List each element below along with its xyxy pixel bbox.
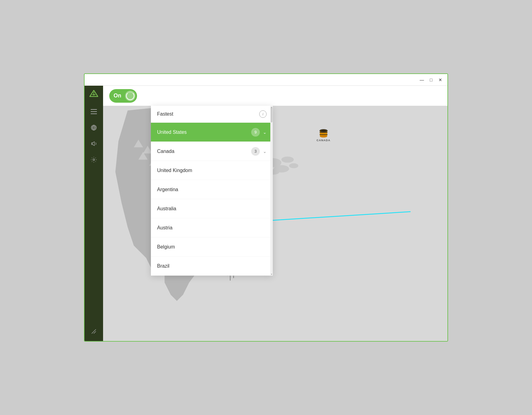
sidebar xyxy=(85,86,103,341)
dropdown-scrollbar[interactable]: ▲ ▼ xyxy=(270,106,273,276)
main-content: CANADA xyxy=(103,86,447,341)
gear-icon xyxy=(90,156,97,163)
canada-controls: 3 ⌄ xyxy=(251,147,267,156)
minimize-button[interactable]: — xyxy=(417,75,426,84)
country-list: United States 9 ⌄ Canada 3 ⌄ xyxy=(151,123,273,276)
resize-icon xyxy=(90,328,97,335)
sidebar-item-megaphone[interactable] xyxy=(88,138,99,149)
canada-label: CANADA xyxy=(317,139,330,142)
maximize-button[interactable]: □ xyxy=(426,75,436,84)
menu-line xyxy=(91,113,97,114)
country-name-argentina: Argentina xyxy=(157,187,178,192)
country-item-argentina[interactable]: Argentina xyxy=(151,180,273,199)
usa-server-count: 9 xyxy=(251,128,260,137)
globe-icon xyxy=(90,124,97,131)
menu-line xyxy=(91,109,97,110)
title-bar: — □ ✕ xyxy=(85,74,447,86)
svg-point-25 xyxy=(320,130,326,132)
logo-icon xyxy=(89,90,98,99)
svg-rect-23 xyxy=(319,134,327,135)
dropdown-scroll-up[interactable]: ▲ xyxy=(271,106,273,108)
sidebar-item-globe[interactable] xyxy=(88,122,99,133)
svg-point-1 xyxy=(93,159,95,161)
canada-chevron-icon: ⌄ xyxy=(263,149,267,154)
dropdown-title: Fastest xyxy=(157,111,173,117)
app-body: CANADA xyxy=(85,86,447,341)
country-item-usa[interactable]: United States 9 ⌄ xyxy=(151,123,273,142)
canada-server-count: 3 xyxy=(251,147,260,156)
svg-point-21 xyxy=(320,135,327,138)
toggle-label: On xyxy=(114,92,121,99)
country-name-uk: United Kingdom xyxy=(157,168,192,173)
vpn-toggle-container: On xyxy=(109,89,137,103)
country-name-brazil: Brazil xyxy=(157,263,169,269)
close-button[interactable]: ✕ xyxy=(436,75,445,84)
usa-chevron-icon: ⌄ xyxy=(263,130,267,135)
info-button[interactable]: i xyxy=(259,110,267,118)
usa-controls: 9 ⌄ xyxy=(251,128,267,137)
sidebar-nav xyxy=(88,122,99,328)
country-item-austria[interactable]: Austria xyxy=(151,218,273,237)
megaphone-icon xyxy=(90,140,97,147)
country-item-brazil[interactable]: Brazil xyxy=(151,257,273,276)
dropdown-scroll-down[interactable]: ▼ xyxy=(271,273,273,275)
menu-line xyxy=(91,111,97,112)
country-item-canada[interactable]: Canada 3 ⌄ xyxy=(151,142,273,161)
dropdown-scrollbar-thumb xyxy=(271,107,272,122)
country-item-australia[interactable]: Australia xyxy=(151,199,273,218)
menu-button[interactable] xyxy=(88,106,99,117)
country-item-belgium[interactable]: Belgium xyxy=(151,237,273,257)
country-name-belgium: Belgium xyxy=(157,244,175,250)
svg-point-14 xyxy=(281,157,294,163)
sidebar-resize-area[interactable] xyxy=(90,328,97,338)
dropdown-header: Fastest i ▲ ▼ xyxy=(151,106,273,123)
top-bar: On xyxy=(103,86,447,106)
country-name-austria: Austria xyxy=(157,225,172,231)
country-name-canada: Canada xyxy=(157,149,174,154)
toggle-knob xyxy=(125,91,135,101)
app-window: — □ ✕ xyxy=(84,73,448,342)
svg-point-15 xyxy=(289,163,298,168)
country-name-usa: United States xyxy=(157,129,187,135)
app-logo[interactable] xyxy=(88,89,99,100)
sidebar-item-settings[interactable] xyxy=(88,154,99,165)
country-name-australia: Australia xyxy=(157,206,176,212)
country-dropdown: Fastest i ▲ ▼ United States 9 xyxy=(151,106,273,276)
country-item-uk[interactable]: United Kingdom xyxy=(151,161,273,180)
vpn-toggle[interactable]: On xyxy=(109,89,137,103)
map-pin-canada: CANADA xyxy=(317,128,330,142)
canada-barrel-icon xyxy=(318,128,328,138)
